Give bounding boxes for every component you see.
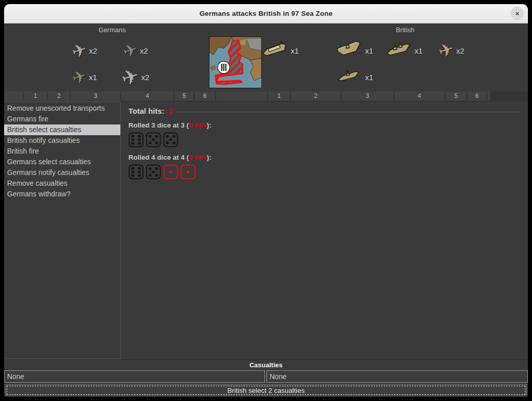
- unit-stack: x1: [262, 41, 299, 60]
- battle-step-item[interactable]: Germans notify casualties: [4, 167, 120, 178]
- defender-casualties-panel: None: [267, 370, 528, 383]
- unit-stack: ✈x1: [72, 69, 97, 86]
- battle-map-thumbnail: [209, 36, 262, 88]
- roll-hits-count: 0 hits: [189, 121, 207, 129]
- dice-column-header: 2: [291, 91, 340, 101]
- unit-count-label: x1: [415, 46, 423, 55]
- unit-stack: x1: [386, 41, 423, 60]
- battle-steps-list: Remove unescorted transportsGermans fire…: [4, 102, 121, 359]
- defender-casualties-value: None: [270, 372, 286, 381]
- dice-rolls: Rolled 3 dice at 3 (0 hits): Rolled 4 di…: [128, 121, 521, 180]
- unit-stack: ✈x2: [123, 42, 148, 59]
- dice-column-header: 2: [48, 91, 70, 101]
- unit-count-label: x1: [365, 73, 374, 82]
- unit-count-label: x2: [89, 46, 97, 55]
- die-5: [163, 132, 178, 147]
- roll-summary-label: Rolled 4 dice at 4 (2 hits):: [128, 154, 521, 161]
- battle-step-item[interactable]: British select casualties: [4, 124, 120, 135]
- battle-content: Germans British ✈x2✈x2✈x1✈x2 x1 x1 x1✈x2…: [4, 23, 528, 396]
- battle-step-item[interactable]: Germans select casualties: [4, 157, 120, 167]
- attacker-name-label: Germans: [98, 26, 125, 34]
- focus-outline: [7, 386, 525, 395]
- unit-stack: x1: [336, 41, 374, 60]
- tactical-bomber-icon: ✈: [121, 40, 140, 61]
- dice-column-header: 4: [394, 91, 444, 101]
- die-6: [128, 132, 144, 147]
- fighter-icon: ✈: [436, 40, 456, 61]
- roll-hits-count: 2 hits: [189, 154, 207, 161]
- roll-summary-label: Rolled 3 dice at 3 (0 hits):: [128, 121, 521, 129]
- dice-column-header: 6: [195, 91, 215, 101]
- dice-column-header: 5: [175, 91, 194, 101]
- dice-column-header: 4: [121, 91, 174, 101]
- battle-step-item[interactable]: Germans withdraw?: [4, 189, 120, 199]
- carrier-icon: [335, 39, 364, 62]
- battle-step-item[interactable]: British fire: [4, 146, 120, 157]
- dice-column-header: 6: [468, 91, 486, 101]
- dice-column-spacer: [216, 91, 267, 101]
- unit-count-label: x2: [456, 46, 464, 55]
- unit-count-label: x1: [89, 73, 97, 82]
- unit-stack: ✈x2: [72, 42, 97, 59]
- unit-count-label: x1: [365, 46, 374, 55]
- dice-column-header: 3: [71, 91, 120, 101]
- unit-count-label: x2: [140, 46, 148, 55]
- casualties-header: Casualties: [4, 359, 528, 370]
- die-1-hit: [180, 164, 196, 180]
- total-hits-label: Total hits:: [128, 107, 165, 115]
- dice-column-header: 3: [341, 91, 393, 101]
- window-title: Germans attacks British in 97 Sea Zone: [199, 10, 332, 17]
- titlebar: Germans attacks British in 97 Sea Zone ×: [4, 4, 528, 23]
- separator-line: [177, 112, 521, 112]
- strategic-bomber-icon: ✈: [119, 65, 141, 89]
- destroyer-icon: [335, 65, 364, 89]
- die-5: [146, 164, 161, 180]
- dice-column-strip: 123456123456: [4, 91, 528, 101]
- attacker-casualties-panel: None: [4, 370, 265, 383]
- cruiser-icon: [384, 39, 414, 62]
- dice-column-header: 5: [445, 91, 467, 101]
- battle-step-item[interactable]: Germans fire: [4, 114, 120, 124]
- total-hits-row: Total hits: 2: [128, 107, 521, 115]
- dice-row: [128, 132, 521, 147]
- defender-name-label: British: [396, 26, 414, 34]
- unit-count-label: x2: [141, 73, 149, 82]
- unit-stack: ✈x2: [122, 67, 149, 87]
- close-icon[interactable]: ×: [511, 7, 524, 20]
- die-1-hit: [163, 164, 178, 180]
- transport-icon: [260, 39, 290, 62]
- dice-column-spacer: [487, 91, 490, 101]
- dice-column-header: 1: [268, 91, 290, 101]
- fighter-icon: ✈: [70, 40, 89, 61]
- attacker-casualties-value: None: [7, 372, 24, 381]
- total-hits-value: 2: [169, 107, 173, 115]
- dice-results-panel: Total hits: 2 Rolled 3 dice at 3 (0 hits…: [121, 101, 528, 359]
- battle-step-item[interactable]: Remove unescorted transports: [4, 103, 120, 114]
- unit-stack: x1: [336, 67, 374, 87]
- dice-row: [128, 164, 521, 180]
- die-6: [128, 164, 144, 180]
- unit-stack: ✈x2: [439, 42, 464, 60]
- unit-count-label: x1: [291, 46, 299, 55]
- dice-column-header: 1: [24, 91, 47, 101]
- dice-column-spacer: [4, 91, 23, 101]
- tactical-bomber-icon: ✈: [70, 67, 89, 87]
- battle-step-item[interactable]: British notify casualties: [4, 135, 120, 146]
- die-5: [146, 132, 161, 147]
- battle-step-item[interactable]: Remove casualties: [4, 178, 120, 189]
- battle-window: Germans attacks British in 97 Sea Zone ×…: [4, 4, 528, 396]
- select-casualties-button[interactable]: British select 2 casualties: [5, 384, 527, 396]
